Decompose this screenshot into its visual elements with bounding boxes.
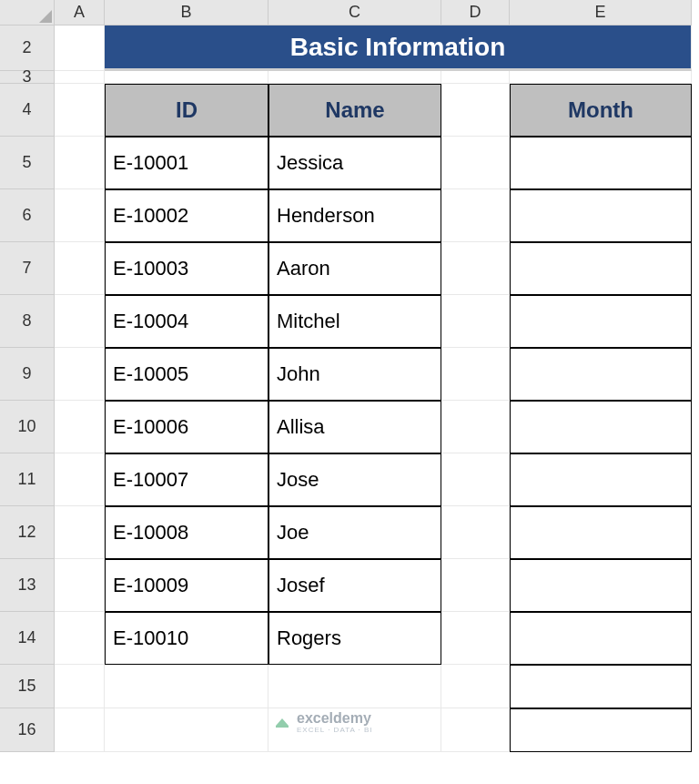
cell-month[interactable]	[510, 506, 692, 559]
cell-A2[interactable]	[55, 25, 105, 71]
cell-name[interactable]: Henderson	[268, 189, 441, 242]
col-header-C[interactable]: C	[268, 0, 441, 25]
row-8: 8E-10004Mitchel	[0, 295, 699, 348]
cell-A10[interactable]	[55, 401, 105, 453]
row-header-12[interactable]: 12	[0, 506, 55, 559]
cell-month[interactable]	[510, 348, 692, 401]
cell-name[interactable]: Rogers	[268, 612, 441, 665]
cell-A12[interactable]	[55, 506, 105, 559]
cell-name[interactable]: Joe	[268, 506, 441, 559]
cell-id[interactable]: E-10007	[105, 453, 268, 506]
cell-A13[interactable]	[55, 559, 105, 612]
cell-name[interactable]: John	[268, 348, 441, 401]
cell-A8[interactable]	[55, 295, 105, 348]
cell-id[interactable]: E-10008	[105, 506, 268, 559]
cell-month[interactable]	[510, 612, 692, 665]
cell-id[interactable]: E-10010	[105, 612, 268, 665]
cell-D7[interactable]	[441, 242, 510, 295]
row-header-5[interactable]: 5	[0, 137, 55, 189]
select-all-corner[interactable]	[0, 0, 55, 25]
col-header-D[interactable]: D	[441, 0, 510, 25]
cell-D15[interactable]	[441, 665, 510, 708]
cell-month[interactable]	[510, 189, 692, 242]
cell-D8[interactable]	[441, 295, 510, 348]
row-header-8[interactable]: 8	[0, 295, 55, 348]
cell-A6[interactable]	[55, 189, 105, 242]
row-15: 15	[0, 665, 699, 708]
cell-month[interactable]	[510, 295, 692, 348]
cell-A4[interactable]	[55, 84, 105, 137]
row-header-4[interactable]: 4	[0, 84, 55, 137]
cell-A9[interactable]	[55, 348, 105, 401]
exceldemy-logo-icon	[273, 713, 291, 731]
row-header-2[interactable]: 2	[0, 25, 55, 71]
header-id[interactable]: ID	[105, 84, 268, 137]
cell-D16[interactable]	[441, 708, 510, 752]
cell-D4[interactable]	[441, 84, 510, 137]
watermark-brand: exceldemy	[297, 710, 371, 726]
cell-D10[interactable]	[441, 401, 510, 453]
cell-E15[interactable]	[510, 665, 692, 708]
cell-id[interactable]: E-10003	[105, 242, 268, 295]
cell-B3[interactable]	[105, 71, 268, 84]
col-header-E[interactable]: E	[510, 0, 692, 25]
cell-B16[interactable]	[105, 708, 268, 752]
title-cell[interactable]: Basic Information	[105, 25, 692, 71]
cell-id[interactable]: E-10004	[105, 295, 268, 348]
row-6: 6E-10002Henderson	[0, 189, 699, 242]
cell-id[interactable]: E-10009	[105, 559, 268, 612]
cell-name[interactable]: Jessica	[268, 137, 441, 189]
cell-C3[interactable]	[268, 71, 441, 84]
cell-B15[interactable]	[105, 665, 268, 708]
cell-name[interactable]: Aaron	[268, 242, 441, 295]
cell-D13[interactable]	[441, 559, 510, 612]
cell-name[interactable]: Jose	[268, 453, 441, 506]
cell-name[interactable]: Allisa	[268, 401, 441, 453]
cell-D14[interactable]	[441, 612, 510, 665]
cell-id[interactable]: E-10002	[105, 189, 268, 242]
header-month[interactable]: Month	[510, 84, 692, 137]
cell-month[interactable]	[510, 559, 692, 612]
cell-month[interactable]	[510, 137, 692, 189]
cell-month[interactable]	[510, 453, 692, 506]
row-header-14[interactable]: 14	[0, 612, 55, 665]
cell-A3[interactable]	[55, 71, 105, 84]
cell-id[interactable]: E-10006	[105, 401, 268, 453]
cell-D6[interactable]	[441, 189, 510, 242]
row-header-15[interactable]: 15	[0, 665, 55, 708]
cell-D11[interactable]	[441, 453, 510, 506]
cell-month[interactable]	[510, 242, 692, 295]
row-header-7[interactable]: 7	[0, 242, 55, 295]
cell-E16[interactable]	[510, 708, 692, 752]
cell-A16[interactable]	[55, 708, 105, 752]
cell-A15[interactable]	[55, 665, 105, 708]
cell-D12[interactable]	[441, 506, 510, 559]
cell-A7[interactable]	[55, 242, 105, 295]
row-header-13[interactable]: 13	[0, 559, 55, 612]
row-9: 9E-10005John	[0, 348, 699, 401]
row-header-10[interactable]: 10	[0, 401, 55, 453]
cell-E3[interactable]	[510, 71, 692, 84]
row-header-9[interactable]: 9	[0, 348, 55, 401]
row-10: 10E-10006Allisa	[0, 401, 699, 453]
cell-D5[interactable]	[441, 137, 510, 189]
cell-A14[interactable]	[55, 612, 105, 665]
col-header-B[interactable]: B	[105, 0, 268, 25]
cell-D3[interactable]	[441, 71, 510, 84]
row-header-11[interactable]: 11	[0, 453, 55, 506]
row-header-16[interactable]: 16	[0, 708, 55, 752]
cell-name[interactable]: Josef	[268, 559, 441, 612]
cell-id[interactable]: E-10005	[105, 348, 268, 401]
cell-id[interactable]: E-10001	[105, 137, 268, 189]
row-7: 7E-10003Aaron	[0, 242, 699, 295]
col-header-A[interactable]: A	[55, 0, 105, 25]
cell-name[interactable]: Mitchel	[268, 295, 441, 348]
cell-D9[interactable]	[441, 348, 510, 401]
header-name[interactable]: Name	[268, 84, 441, 137]
cell-month[interactable]	[510, 401, 692, 453]
row-header-3[interactable]: 3	[0, 71, 55, 84]
cell-A5[interactable]	[55, 137, 105, 189]
row-header-6[interactable]: 6	[0, 189, 55, 242]
cell-C15[interactable]	[268, 665, 441, 708]
cell-A11[interactable]	[55, 453, 105, 506]
